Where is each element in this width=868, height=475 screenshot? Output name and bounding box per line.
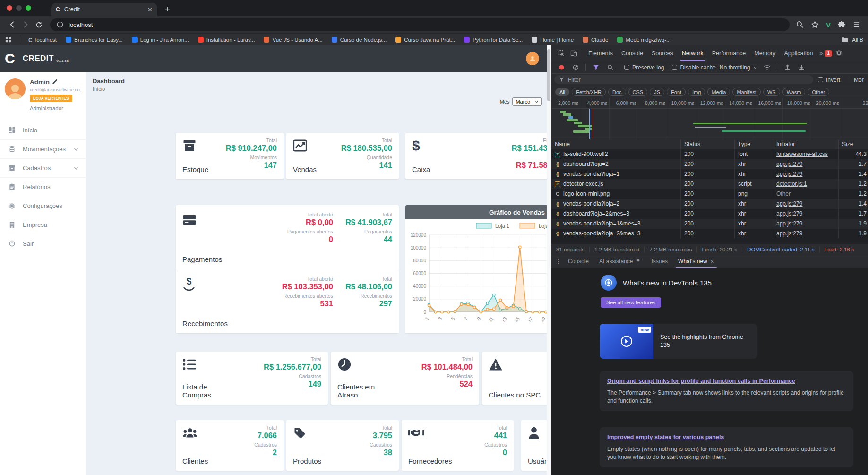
column-header-size[interactable]: Size: [839, 139, 868, 149]
filter-chip-img[interactable]: Img: [688, 88, 705, 96]
sidebar-item-sair[interactable]: Sair: [0, 234, 86, 253]
filter-funnel-icon[interactable]: [590, 61, 602, 74]
filter-chip-all[interactable]: All: [555, 88, 569, 96]
column-header-type[interactable]: Type: [735, 139, 773, 149]
apps-grid-icon[interactable]: [5, 36, 12, 43]
filter-input[interactable]: Filter: [554, 75, 813, 84]
drawer-tab-whatsnew[interactable]: What's new✕: [673, 255, 720, 268]
inspect-element-icon[interactable]: [555, 47, 567, 60]
devtools-tab-elements[interactable]: Elements: [584, 45, 617, 61]
request-initiator[interactable]: app.js:279: [776, 210, 802, 217]
devtools-tab-memory[interactable]: Memory: [750, 45, 780, 61]
site-info-icon[interactable]: [57, 21, 63, 28]
devtools-tab-network[interactable]: Network: [678, 45, 708, 61]
drawer-menu-icon[interactable]: ⋮: [554, 255, 563, 268]
bookmark-item[interactable]: Home | Home: [532, 37, 574, 43]
devtools-tab-performance[interactable]: Performance: [708, 45, 750, 61]
filter-chip-manifest[interactable]: Manifest: [732, 88, 761, 96]
bookmark-star-icon[interactable]: [811, 21, 819, 29]
devtools-settings-gear-icon[interactable]: [833, 47, 845, 60]
invert-checkbox[interactable]: Invert: [818, 77, 840, 83]
devtools-tab-console[interactable]: Console: [617, 45, 647, 61]
column-header-status[interactable]: Status: [681, 139, 735, 149]
import-har-icon[interactable]: [781, 61, 793, 74]
request-row[interactable]: {}dashboard?loja=2&mes=3200xhrapp.js:279…: [551, 209, 868, 219]
menu-icon[interactable]: [853, 21, 860, 28]
reload-button[interactable]: [32, 18, 45, 31]
filter-chip-fetchxhr[interactable]: Fetch/XHR: [572, 88, 606, 96]
devtools-tab-application[interactable]: Application: [780, 45, 817, 61]
sidebar-item-cadastros[interactable]: Cadastros: [0, 158, 86, 177]
highlights-card[interactable]: new See the highlights from Chrome 135: [600, 324, 757, 359]
more-tabs-button[interactable]: »: [817, 50, 825, 57]
sidebar-item-movimentacoes[interactable]: Movimentações: [0, 139, 86, 158]
filter-chip-doc[interactable]: Doc: [608, 88, 626, 96]
request-initiator[interactable]: detector.js:1: [776, 181, 807, 187]
disable-cache-checkbox[interactable]: Disable cache: [672, 64, 715, 71]
back-button[interactable]: [6, 18, 19, 31]
scrollbar-thumb[interactable]: [547, 49, 550, 101]
throttling-select[interactable]: No throttling: [718, 64, 759, 71]
avatar[interactable]: [5, 78, 26, 99]
minimize-window-button[interactable]: [16, 5, 22, 11]
filter-chip-other[interactable]: Other: [808, 88, 829, 96]
error-count-badge[interactable]: 1: [825, 50, 832, 57]
bookmark-item[interactable]: Curso Java na Prát...: [395, 37, 455, 43]
column-header-initiator[interactable]: Initiator: [773, 139, 839, 149]
network-conditions-icon[interactable]: [761, 61, 773, 74]
bookmark-item[interactable]: Curso de Node.js...: [332, 37, 387, 43]
bookmark-item[interactable]: Branches for Easy...: [66, 37, 123, 43]
request-initiator[interactable]: fontawesome-all.css: [776, 151, 828, 157]
bookmark-item[interactable]: Clocalhost: [28, 37, 57, 43]
feature-link[interactable]: Origin and script links for profile and …: [607, 377, 846, 385]
request-row[interactable]: {}dashboard?loja=2200xhrapp.js:2791.7: [551, 159, 868, 169]
bookmark-item[interactable]: Installation - Larav...: [198, 37, 255, 43]
see-all-features-button[interactable]: See all new features: [601, 297, 661, 308]
search-icon[interactable]: [604, 61, 616, 74]
close-window-button[interactable]: [7, 5, 12, 11]
bookmark-item[interactable]: Vue JS - Usando A...: [264, 37, 322, 43]
request-row[interactable]: {}vendas-por-dia?loja=1&mes=3200xhrapp.j…: [551, 219, 868, 229]
filter-chip-css[interactable]: CSS: [628, 88, 648, 96]
preserve-log-checkbox[interactable]: Preserve log: [624, 64, 664, 71]
checkbox[interactable]: [818, 77, 823, 82]
extensions-puzzle-icon[interactable]: [838, 21, 846, 29]
tab-close-icon[interactable]: ✕: [147, 6, 153, 13]
drawer-tab-console[interactable]: Console: [563, 255, 594, 268]
filter-chip-media[interactable]: Media: [707, 88, 730, 96]
bookmark-item[interactable]: Meet: mdg-zfwq-...: [617, 37, 670, 43]
edit-pencil-icon[interactable]: [52, 79, 57, 85]
filter-chip-js[interactable]: JS: [650, 88, 664, 96]
request-initiator[interactable]: app.js:279: [776, 230, 802, 237]
close-drawer-tab-icon[interactable]: ✕: [710, 259, 714, 265]
more-filters-label[interactable]: Mor: [854, 77, 864, 83]
maximize-window-button[interactable]: [26, 5, 31, 11]
sidebar-item-configuracoes[interactable]: Configurações: [0, 196, 86, 215]
all-bookmarks[interactable]: All B: [842, 37, 863, 43]
sidebar-item-inicio[interactable]: Início: [0, 121, 86, 139]
request-row[interactable]: Tfa-solid-900.woff2200fontfontawesome-al…: [551, 149, 868, 159]
request-row[interactable]: {}vendas-por-dia?loja=1200xhrapp.js:2791…: [551, 169, 868, 179]
record-network-log-icon[interactable]: [555, 61, 567, 74]
forward-button[interactable]: [19, 18, 32, 31]
vue-devtools-extension-icon[interactable]: V: [826, 21, 831, 29]
address-bar[interactable]: localhost: [50, 18, 790, 31]
browser-tab[interactable]: C Credit ✕: [51, 3, 157, 16]
bookmark-item[interactable]: Claude: [583, 37, 608, 43]
devtools-tab-sources[interactable]: Sources: [647, 45, 678, 61]
sidebar-item-relatorios[interactable]: Relatórios: [0, 177, 86, 196]
drawer-tab-aiassistance[interactable]: AI assistance: [594, 255, 646, 268]
filter-chip-font[interactable]: Font: [667, 88, 686, 96]
page-scrollbar[interactable]: [547, 45, 551, 475]
request-initiator[interactable]: app.js:279: [776, 161, 802, 167]
device-toolbar-icon[interactable]: [567, 47, 580, 60]
column-header-name[interactable]: Name: [551, 139, 681, 149]
month-select[interactable]: Março: [512, 97, 542, 106]
new-tab-button[interactable]: +: [165, 4, 170, 15]
request-row[interactable]: {}vendas-por-dia?loja=2&mes=3200xhrapp.j…: [551, 229, 868, 239]
export-har-icon[interactable]: [795, 61, 808, 74]
request-row[interactable]: JSdetector-exec.js200scriptdetector.js:1…: [551, 179, 868, 189]
network-overview[interactable]: [551, 109, 868, 139]
bookmark-item[interactable]: Log in - Jira Anron...: [132, 37, 189, 43]
checkbox[interactable]: [624, 65, 629, 70]
